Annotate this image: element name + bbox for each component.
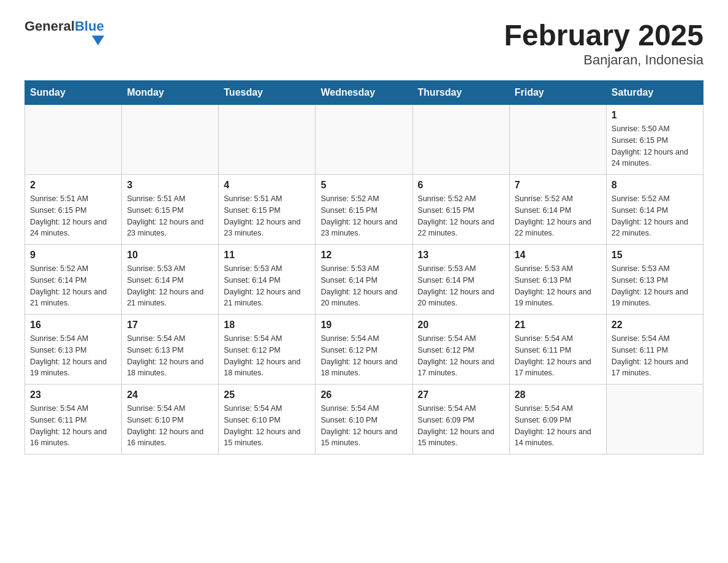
calendar-cell: 8Sunrise: 5:52 AMSunset: 6:14 PMDaylight… [606, 175, 703, 245]
day-info: Sunrise: 5:51 AMSunset: 6:15 PMDaylight:… [224, 193, 310, 239]
day-info: Sunrise: 5:54 AMSunset: 6:10 PMDaylight:… [224, 403, 310, 449]
day-info: Sunrise: 5:53 AMSunset: 6:14 PMDaylight:… [320, 263, 407, 309]
calendar-title: February 2025 [504, 18, 703, 52]
calendar-cell [606, 385, 703, 454]
calendar-cell: 18Sunrise: 5:54 AMSunset: 6:12 PMDayligh… [219, 315, 316, 385]
day-info: Sunrise: 5:53 AMSunset: 6:13 PMDaylight:… [612, 263, 698, 309]
day-number: 17 [127, 320, 213, 331]
day-info: Sunrise: 5:52 AMSunset: 6:15 PMDaylight:… [418, 193, 504, 239]
day-number: 8 [612, 180, 698, 191]
calendar-week-row: 23Sunrise: 5:54 AMSunset: 6:11 PMDayligh… [25, 385, 703, 454]
calendar-cell [509, 105, 606, 175]
day-number: 19 [320, 320, 407, 331]
calendar-cell: 5Sunrise: 5:52 AMSunset: 6:15 PMDaylight… [316, 175, 412, 245]
calendar-cell: 10Sunrise: 5:53 AMSunset: 6:14 PMDayligh… [122, 245, 219, 315]
day-info: Sunrise: 5:54 AMSunset: 6:12 PMDaylight:… [224, 333, 310, 379]
logo-triangle-icon [92, 36, 104, 45]
day-number: 27 [418, 389, 504, 400]
day-info: Sunrise: 5:54 AMSunset: 6:10 PMDaylight:… [127, 403, 213, 449]
day-info: Sunrise: 5:51 AMSunset: 6:15 PMDaylight:… [30, 193, 116, 239]
day-info: Sunrise: 5:54 AMSunset: 6:09 PMDaylight:… [418, 403, 504, 449]
logo-text-blue: Blue [75, 18, 104, 34]
day-number: 23 [30, 389, 116, 400]
day-info: Sunrise: 5:50 AMSunset: 6:15 PMDaylight:… [612, 123, 698, 169]
day-number: 12 [320, 250, 407, 261]
day-info: Sunrise: 5:52 AMSunset: 6:14 PMDaylight:… [30, 263, 116, 309]
calendar-cell [316, 105, 412, 175]
calendar-header-row: SundayMondayTuesdayWednesdayThursdayFrid… [25, 81, 703, 105]
calendar-cell: 20Sunrise: 5:54 AMSunset: 6:12 PMDayligh… [412, 315, 509, 385]
calendar-cell: 6Sunrise: 5:52 AMSunset: 6:15 PMDaylight… [412, 175, 509, 245]
day-number: 1 [612, 110, 698, 121]
col-header-saturday: Saturday [606, 81, 703, 105]
day-number: 28 [515, 389, 601, 400]
calendar-cell: 15Sunrise: 5:53 AMSunset: 6:13 PMDayligh… [606, 245, 703, 315]
day-number: 21 [515, 320, 601, 331]
title-block: February 2025 Banjaran, Indonesia [504, 18, 703, 68]
day-number: 11 [224, 250, 310, 261]
calendar-cell [412, 105, 509, 175]
calendar-cell: 11Sunrise: 5:53 AMSunset: 6:14 PMDayligh… [219, 245, 316, 315]
day-info: Sunrise: 5:54 AMSunset: 6:11 PMDaylight:… [515, 333, 601, 379]
day-number: 15 [612, 250, 698, 261]
calendar-cell: 24Sunrise: 5:54 AMSunset: 6:10 PMDayligh… [122, 385, 219, 454]
day-info: Sunrise: 5:54 AMSunset: 6:13 PMDaylight:… [30, 333, 116, 379]
day-info: Sunrise: 5:54 AMSunset: 6:12 PMDaylight:… [418, 333, 504, 379]
day-info: Sunrise: 5:53 AMSunset: 6:13 PMDaylight:… [515, 263, 601, 309]
calendar-cell: 22Sunrise: 5:54 AMSunset: 6:11 PMDayligh… [606, 315, 703, 385]
calendar-week-row: 2Sunrise: 5:51 AMSunset: 6:15 PMDaylight… [25, 175, 703, 245]
day-info: Sunrise: 5:54 AMSunset: 6:11 PMDaylight:… [30, 403, 116, 449]
col-header-monday: Monday [122, 81, 219, 105]
calendar-cell: 12Sunrise: 5:53 AMSunset: 6:14 PMDayligh… [316, 245, 412, 315]
col-header-thursday: Thursday [412, 81, 509, 105]
day-number: 22 [612, 320, 698, 331]
logo: GeneralBlue [25, 18, 104, 45]
col-header-friday: Friday [509, 81, 606, 105]
calendar-cell: 16Sunrise: 5:54 AMSunset: 6:13 PMDayligh… [25, 315, 122, 385]
day-info: Sunrise: 5:53 AMSunset: 6:14 PMDaylight:… [418, 263, 504, 309]
calendar-cell: 27Sunrise: 5:54 AMSunset: 6:09 PMDayligh… [412, 385, 509, 454]
day-info: Sunrise: 5:52 AMSunset: 6:14 PMDaylight:… [612, 193, 698, 239]
col-header-tuesday: Tuesday [219, 81, 316, 105]
calendar-cell: 7Sunrise: 5:52 AMSunset: 6:14 PMDaylight… [509, 175, 606, 245]
calendar-cell: 19Sunrise: 5:54 AMSunset: 6:12 PMDayligh… [316, 315, 412, 385]
day-number: 14 [515, 250, 601, 261]
calendar-week-row: 9Sunrise: 5:52 AMSunset: 6:14 PMDaylight… [25, 245, 703, 315]
day-number: 9 [30, 250, 116, 261]
calendar-cell: 1Sunrise: 5:50 AMSunset: 6:15 PMDaylight… [606, 105, 703, 175]
day-number: 2 [30, 180, 116, 191]
calendar-week-row: 16Sunrise: 5:54 AMSunset: 6:13 PMDayligh… [25, 315, 703, 385]
col-header-wednesday: Wednesday [316, 81, 412, 105]
day-number: 13 [418, 250, 504, 261]
day-info: Sunrise: 5:54 AMSunset: 6:10 PMDaylight:… [320, 403, 407, 449]
day-number: 3 [127, 180, 213, 191]
day-number: 7 [515, 180, 601, 191]
day-number: 16 [30, 320, 116, 331]
calendar-cell: 17Sunrise: 5:54 AMSunset: 6:13 PMDayligh… [122, 315, 219, 385]
day-info: Sunrise: 5:53 AMSunset: 6:14 PMDaylight:… [127, 263, 213, 309]
day-number: 4 [224, 180, 310, 191]
day-number: 5 [320, 180, 407, 191]
calendar-cell [219, 105, 316, 175]
calendar-week-row: 1Sunrise: 5:50 AMSunset: 6:15 PMDaylight… [25, 105, 703, 175]
day-info: Sunrise: 5:54 AMSunset: 6:12 PMDaylight:… [320, 333, 407, 379]
calendar-cell: 23Sunrise: 5:54 AMSunset: 6:11 PMDayligh… [25, 385, 122, 454]
calendar-cell: 13Sunrise: 5:53 AMSunset: 6:14 PMDayligh… [412, 245, 509, 315]
day-number: 26 [320, 389, 407, 400]
day-info: Sunrise: 5:54 AMSunset: 6:11 PMDaylight:… [612, 333, 698, 379]
day-number: 20 [418, 320, 504, 331]
col-header-sunday: Sunday [25, 81, 122, 105]
calendar-cell: 9Sunrise: 5:52 AMSunset: 6:14 PMDaylight… [25, 245, 122, 315]
calendar-cell [122, 105, 219, 175]
day-info: Sunrise: 5:54 AMSunset: 6:09 PMDaylight:… [515, 403, 601, 449]
day-info: Sunrise: 5:53 AMSunset: 6:14 PMDaylight:… [224, 263, 310, 309]
day-number: 6 [418, 180, 504, 191]
calendar-cell: 2Sunrise: 5:51 AMSunset: 6:15 PMDaylight… [25, 175, 122, 245]
calendar-cell: 21Sunrise: 5:54 AMSunset: 6:11 PMDayligh… [509, 315, 606, 385]
calendar-subtitle: Banjaran, Indonesia [504, 52, 703, 68]
calendar-cell: 4Sunrise: 5:51 AMSunset: 6:15 PMDaylight… [219, 175, 316, 245]
day-number: 10 [127, 250, 213, 261]
day-number: 24 [127, 389, 213, 400]
calendar-cell: 3Sunrise: 5:51 AMSunset: 6:15 PMDaylight… [122, 175, 219, 245]
calendar-cell: 25Sunrise: 5:54 AMSunset: 6:10 PMDayligh… [219, 385, 316, 454]
